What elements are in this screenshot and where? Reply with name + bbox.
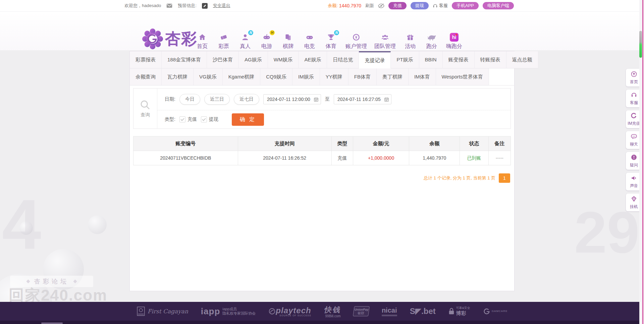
speaker-icon [631, 175, 637, 181]
date-from-field[interactable] [263, 94, 321, 104]
deposit-checkbox[interactable]: 充值 [179, 116, 197, 122]
content-card: 彩票报表 188金宝博体育 沙巴体育 AG娱乐 WM娱乐 AE娱乐 日结总览 充… [129, 51, 515, 291]
logo-first-cagayan: First Cagayan [137, 306, 188, 316]
cell-balance: 1,440.7970 [409, 151, 460, 165]
logo-playtech: playtechSOURCE OF SUCCESS [268, 306, 311, 317]
tab-item[interactable]: VG娱乐 [194, 68, 223, 86]
tab-item[interactable]: 瓦力棋牌 [162, 68, 194, 86]
pagination: 总计 1 个记录, 分为 1 页, 当前第 1 页 1 [134, 173, 510, 183]
nav-promotions[interactable]: 活动 [403, 33, 417, 50]
tab-item[interactable]: CQ9娱乐 [260, 68, 292, 86]
logout-link[interactable]: 安全退出 [213, 3, 230, 9]
tab-item[interactable]: 余额查询 [130, 68, 162, 86]
nav-live-casino[interactable]: N 真人 [238, 33, 252, 50]
date-from-input[interactable] [266, 96, 314, 102]
tab-item[interactable]: AE娱乐 [299, 51, 327, 68]
checkbox-check-icon [201, 116, 207, 122]
brand-logo-icon [142, 29, 163, 49]
checkbox-check-icon [179, 116, 185, 122]
team-icon [381, 33, 389, 41]
type-label: 类型: [165, 116, 175, 122]
column-header: 状态 [460, 137, 489, 151]
page-1-button[interactable]: 1 [499, 173, 510, 183]
balance-label: 余额: [328, 3, 338, 9]
home-icon [198, 33, 207, 41]
table-header-row: 账变编号 充提时间 类型 金额/元 余额 状态 备注 [133, 137, 511, 151]
tab-item[interactable]: 188金宝博体育 [162, 51, 207, 68]
nav-sports[interactable]: N 体育 [324, 33, 338, 50]
tab-item[interactable]: 返点总额 [506, 51, 538, 68]
refresh-button[interactable]: 刷新 [365, 3, 374, 9]
quick-today-button[interactable]: 今日 [179, 94, 200, 105]
brand[interactable]: 杏彩 [142, 29, 197, 49]
horizontal-scrollbar-thumb[interactable] [41, 323, 63, 324]
nav-hi-paofen[interactable]: hi 嗨跑分 [446, 33, 462, 50]
notification-dot [455, 34, 457, 36]
calendar-icon[interactable] [384, 97, 389, 102]
mobile-app-button[interactable]: 手机APP [452, 2, 479, 9]
service-label: 客服 [439, 3, 448, 9]
confirm-button[interactable]: 确 定 [232, 113, 264, 126]
column-header: 账变编号 [133, 137, 238, 151]
diamond-icon [631, 196, 637, 202]
nav-egames[interactable]: H 电游 [260, 33, 274, 50]
nav-home[interactable]: 首页 [195, 33, 209, 50]
table-row: 20240711VBCECHBIDB 2024-07-11 16:26:52 充… [133, 151, 511, 165]
quick-3days-button[interactable]: 近三日 [204, 94, 230, 105]
filter-fields: 日期: 今日 近三日 近七日 至 类型: [157, 89, 511, 128]
tab-item[interactable]: 奥丁棋牌 [377, 68, 409, 86]
yuan-coin-icon: ¥ [352, 33, 361, 41]
eye-off-icon[interactable] [378, 3, 384, 8]
nav-paofen[interactable]: 跑分 [425, 33, 439, 50]
tab-item[interactable]: AG娱乐 [239, 51, 268, 68]
to-label: 至 [325, 96, 330, 102]
scrollbar-thumb[interactable] [639, 31, 642, 58]
tab-item[interactable]: PT娱乐 [391, 51, 419, 68]
tab-item[interactable]: IM体育 [409, 68, 436, 86]
nav-chess-cards[interactable]: 棋牌 [281, 33, 295, 50]
tab-item[interactable]: Wesports世界体育 [436, 68, 489, 86]
date-to-field[interactable] [334, 94, 391, 104]
tab-item[interactable]: 账变报表 [443, 51, 475, 68]
pc-client-button[interactable]: 电脑客户端 [483, 2, 514, 9]
tab-item[interactable]: 转账报表 [475, 51, 506, 68]
edit-icon[interactable] [202, 3, 208, 9]
tab-item[interactable]: YY棋牌 [320, 68, 348, 86]
tab-item[interactable]: 沙巴体育 [207, 51, 239, 68]
tab-item-active[interactable]: 充提记录 [359, 51, 391, 68]
cell-record-id: 20240711VBCECHBIDB [133, 151, 238, 165]
date-to-input[interactable] [337, 96, 384, 102]
decor-number-left: 4 [2, 184, 41, 265]
tab-item[interactable]: 彩票报表 [130, 51, 162, 68]
withdraw-button[interactable]: 提现 [411, 2, 429, 9]
sparkle-icon [26, 279, 30, 283]
logo-secure-gaming: 可靠&安全博彩 [448, 306, 470, 317]
mail-icon[interactable] [166, 3, 172, 8]
tab-bar-filler [489, 68, 514, 86]
deposit-button[interactable]: 充值 [388, 2, 407, 9]
nav-lottery[interactable]: 彩票 [217, 33, 231, 50]
cell-amount: +1,000.0000 [353, 151, 410, 165]
tab-item[interactable]: 日结总览 [327, 51, 359, 68]
customer-service-link[interactable]: 客服 [433, 3, 448, 9]
tab-item[interactable]: IM娱乐 [292, 68, 320, 86]
tab-item[interactable]: FB体育 [348, 68, 377, 86]
calendar-icon[interactable] [314, 97, 319, 102]
withdraw-checkbox[interactable]: 提现 [201, 116, 218, 122]
tab-item[interactable]: Kgame棋牌 [223, 68, 261, 86]
nav-account-management[interactable]: ¥ 账户管理 [345, 33, 367, 50]
quick-7days-button[interactable]: 近七日 [234, 94, 259, 105]
tab-item[interactable]: WM娱乐 [268, 51, 299, 68]
nav-badge: H [270, 30, 275, 35]
pagination-summary: 总计 1 个记录, 分为 1 页, 当前第 1 页 [424, 175, 495, 181]
cell-status: 已到账 [460, 151, 489, 165]
logo-iapp: iapp iapp成员 隐私权专家国际协会 [201, 306, 256, 317]
column-header: 余额 [409, 137, 460, 151]
logo-gamcare: GAMCARE [483, 308, 507, 315]
nav-team-management[interactable]: 团队管理 [374, 33, 396, 50]
tab-item[interactable]: BBIN [419, 51, 443, 68]
balance-value: 1440.7970 [339, 3, 361, 8]
welcome-text: 欢迎您，hadesado [124, 3, 161, 9]
reserved-info-label: 预留信息: [178, 3, 197, 9]
nav-esports[interactable]: 电竞 [303, 33, 317, 50]
